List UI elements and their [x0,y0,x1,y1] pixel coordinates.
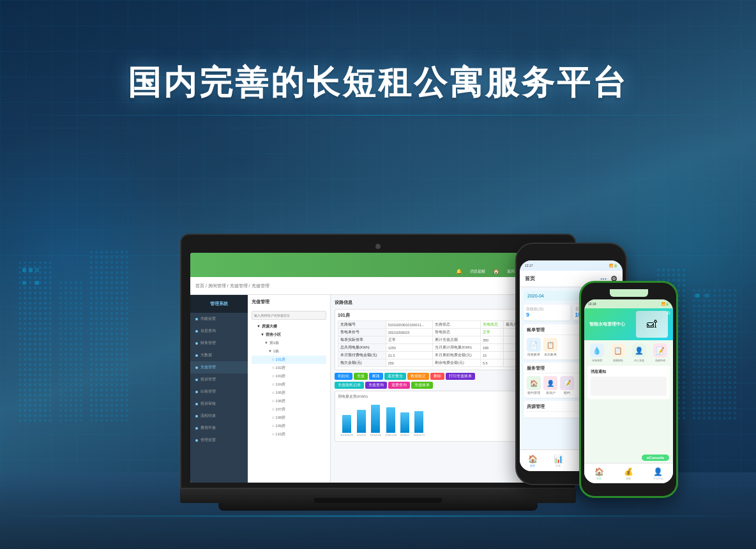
phone-header-2: 智能水电管理中心 🛋 ⚙ [584,308,673,340]
sidebar-label-recharge: 充值管理 [200,365,216,370]
phone-icon-adduser[interactable]: 👤 添加户 [543,376,557,395]
tree-item-room107[interactable]: ○ 107房 [252,405,326,414]
tree-item-room108[interactable]: ○ 108房 [252,414,326,422]
btn-recharge-bill[interactable]: 充值账单 [411,382,433,389]
phone-stat-label-1: 应收款(元) [526,307,568,312]
btn-init[interactable]: 初始化 [335,373,352,380]
sidebar-item-audit[interactable]: 投诉审核 [190,398,248,410]
btn-recharge-energy[interactable]: 充值能耗记录 [335,382,364,389]
p2-nav-profile[interactable]: 👤 个人中心 [653,467,663,480]
bar-5 [400,412,409,433]
tree-item-room109[interactable]: ○ 109房 [252,422,326,430]
phone-status-bar-1: 12:17 📶 🔋 [520,260,623,271]
p2-app-recharge-proxy[interactable]: 👤 代人充值 [630,343,649,362]
bar-group-2: 2019/11 [357,410,366,437]
btn-disconnect[interactable]: 断路 [369,373,383,380]
tree-item-zone[interactable]: ▼ 宿舍小区 [252,331,326,339]
home-nav-icon: 🏠 [528,455,538,463]
p2-app-grid: 💧 水电管理 📋 巡视报告 👤 代人充值 📝 [587,343,670,362]
sidebar-item-settings[interactable]: 功能设置 [190,313,248,325]
p2-nav-home[interactable]: 🏠 首页 [594,467,604,480]
tree-item-room106[interactable]: ○ 106房 [252,397,326,405]
devices-container: 🔔 消息提醒 🏠 返回首页 ⚡ 安全退出 首页 / 房间管理 / 充值管理 / … [91,179,665,511]
sidebar-item-bigdata[interactable]: 大数据 [190,349,248,361]
phone-notch-2 [610,289,648,297]
search-input[interactable] [252,311,326,320]
phone-icon-rentcontract[interactable]: 📝 租约 [560,376,574,395]
p2-app-label-patrol: 巡视报告 [613,359,623,362]
p2-home-icon: 🏠 [594,467,604,476]
tree-item-room105[interactable]: ○ 105房 [252,389,326,397]
btn-refund[interactable]: 退费查询 [388,382,410,389]
tree-item-room110[interactable]: ○ 110房 [252,430,326,439]
tree-item-root[interactable]: ▼ 房源大楼 [252,322,326,331]
tree-item-block1[interactable]: ▼ 第1栋 [252,339,326,347]
dot-icon [195,415,198,417]
econsole-button[interactable]: eConsole [642,455,669,461]
bar-label-3: 2019/12/9 [370,433,382,437]
dot-icon-active [195,366,198,369]
dot-icon [195,379,198,381]
p2-profile-label: 个人中心 [653,477,663,480]
btn-calibrate[interactable]: 数据校正 [407,373,429,380]
btn-recharge-query[interactable]: 充值查询 [365,382,387,389]
panel-title-recharge: 充值管理 [252,299,326,305]
sidebar-item-complaint[interactable]: 投诉管理 [190,373,248,386]
screen-left-panel: 充值管理 ▼ 房源大楼 ▼ 宿舍小区 ▼ 第1栋 ▼ 1栋 ○ 101房 ○ 1… [248,295,331,483]
p2-app-process[interactable]: 📝 流程申请 [651,343,670,362]
bar-label-1: 2019/10/26 [340,433,353,437]
sidebar-item-admin[interactable]: 管理设置 [190,434,248,446]
sidebar-label-balance: 费用平衡 [200,425,216,431]
dot-icon [195,354,198,357]
sidebar-item-rent[interactable]: 出租管理 [190,386,248,398]
phone-icon-lease[interactable]: 🏠 租约管理 [527,376,541,395]
p2-app-patrol[interactable]: 📋 巡视报告 [609,343,627,362]
svg-rect-1 [19,262,51,421]
sidebar-label-finance: 财务管理 [200,340,216,346]
p2-app-icon-water: 💧 [590,343,604,357]
phone-icon-label-lease: 租约管理 [527,391,540,395]
phone-icon-label-receivable: 应收账单 [527,353,540,356]
tree-item-room103[interactable]: ○ 103房 [252,372,326,380]
phone-nav-work[interactable]: 📊 工作 [554,455,563,467]
p2-app-icon-proxy: 👤 [632,343,646,357]
phone-icon-label-adduser: 添加户 [546,391,556,395]
tree-item-room104[interactable]: ○ 104房 [252,380,326,389]
sidebar-item-info[interactable]: 信息查询 [190,325,248,337]
btn-print[interactable]: 打印充值账单 [446,373,475,380]
tree-item-room102[interactable]: ○ 102房 [252,364,326,372]
work-nav-label: 工作 [556,464,561,467]
phone-nav-home[interactable]: 🏠 首页 [528,455,538,467]
sidebar-label-info: 信息查询 [200,328,216,334]
p2-app-label-proxy: 代人充值 [634,359,644,362]
svg-rect-17 [705,294,709,297]
sidebar-item-finance[interactable]: 财务管理 [190,337,248,349]
p2-app-label-water: 水电管理 [592,359,602,362]
phone-time-2: 10:18 [588,302,596,306]
svg-rect-5 [29,268,33,272]
sidebar-item-process[interactable]: 流程结束 [190,410,248,422]
btn-remote-close[interactable]: 遥控重合 [384,373,406,380]
phone-icon-unbilled[interactable]: 📋 未出账单 [543,338,557,356]
sidebar-item-recharge[interactable]: 充值管理 [190,361,248,373]
phone-title-1: 首页 [525,275,535,282]
btn-delete[interactable]: 删除 [430,373,444,380]
scan-line-1 [0,115,756,116]
bar-group-5: 2020/11 [400,412,409,437]
sidebar-label-rent: 出租管理 [200,389,216,395]
p2-recharge-label: 充值 [626,477,631,480]
p2-nav-recharge[interactable]: 💰 充值 [624,467,633,480]
tree-item-1building[interactable]: ▼ 1栋 [252,347,326,356]
btn-recharge[interactable]: 充值 [354,373,368,380]
phone-settings-icon-2[interactable]: ⚙ [666,310,670,316]
tree-item-room101[interactable]: ○ 101房 [252,356,326,364]
home-icon: 🏠 [493,269,499,274]
p2-home-label: 首页 [596,477,601,480]
sidebar-logo-text: 管理系统 [210,301,228,307]
phone-icon-receivable[interactable]: 📄 应收账单 [527,338,541,356]
p2-notify-section: 消息通知 [587,366,670,399]
dot-icon [195,439,198,442]
sidebar-item-balance[interactable]: 费用平衡 [190,422,248,434]
phone-screen-2: 10:18 📶🔋 智能水电管理中心 🛋 ⚙ [584,299,673,483]
p2-app-water[interactable]: 💧 水电管理 [587,343,606,362]
